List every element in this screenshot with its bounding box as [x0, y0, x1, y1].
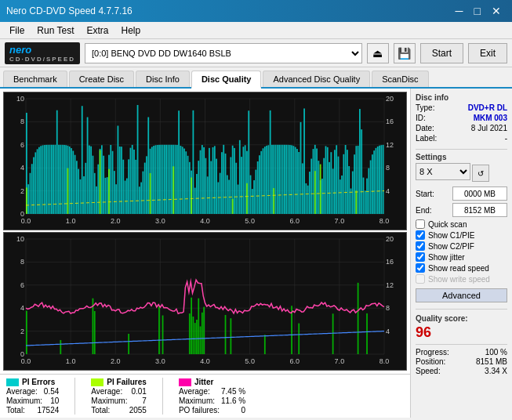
end-input[interactable]: [452, 203, 507, 217]
disc-info-heading: Disc info: [416, 93, 507, 102]
tab-scan-disc[interactable]: ScanDisc: [372, 71, 428, 87]
pi-errors-avg-label: Average:: [6, 387, 38, 396]
tab-advanced-disc-quality[interactable]: Advanced Disc Quality: [263, 71, 370, 87]
quick-scan-label: Quick scan: [428, 220, 467, 229]
eject-button[interactable]: ⏏: [367, 43, 389, 63]
tab-disc-quality[interactable]: Disc Quality: [191, 71, 262, 89]
speed-select[interactable]: 8 X 4 X 12 X 16 X Max: [416, 163, 470, 180]
window-controls[interactable]: ─ □ ✕: [451, 3, 506, 19]
pi-errors-total-label: Total:: [6, 406, 25, 415]
speed-label: Speed:: [416, 367, 441, 375]
menu-run-test[interactable]: Run Test: [31, 24, 80, 37]
po-failures-value: 0: [241, 406, 246, 415]
pi-failures-legend: PI Failures Average: 0.01 Maximum: 7 Tot…: [91, 378, 147, 415]
pi-errors-total-value: 17524: [38, 406, 60, 415]
progress-label: Progress:: [416, 348, 449, 357]
legend-divider-2: [162, 378, 163, 415]
quick-scan-checkbox[interactable]: [416, 219, 425, 229]
jitter-label: Jitter: [194, 378, 213, 386]
show-write-speed-checkbox[interactable]: [416, 274, 425, 284]
menu-extra[interactable]: Extra: [80, 24, 114, 37]
jitter-max-label: Maximum:: [179, 396, 215, 405]
titlebar: Nero CD-DVD Speed 4.7.7.16 ─ □ ✕: [0, 0, 512, 22]
disc-id-label: ID:: [416, 114, 426, 122]
disc-id-value: MKM 003: [474, 114, 507, 122]
position-label: Position:: [416, 357, 445, 366]
legend-area: PI Errors Average: 0.54 Maximum: 10 Tota…: [0, 374, 410, 418]
menubar: File Run Test Extra Help: [0, 22, 512, 39]
pi-failures-total-value: 2055: [129, 406, 147, 415]
quality-score-section: Quality score: 96: [416, 314, 507, 341]
po-failures-label: PO failures:: [179, 406, 220, 415]
minimize-button[interactable]: ─: [451, 3, 468, 19]
quality-score-label: Quality score:: [416, 314, 507, 323]
speed-value: 3.34 X: [485, 367, 507, 375]
toolbar: nero CD·DVD/SPEED [0:0] BENQ DVD DD DW16…: [0, 39, 512, 67]
end-label: End:: [416, 206, 432, 215]
drive-select[interactable]: [0:0] BENQ DVD DD DW1640 BSLB: [85, 43, 362, 63]
charts-area: [0, 89, 410, 374]
refresh-button[interactable]: ↺: [472, 165, 489, 182]
disc-date-label: Date:: [416, 124, 434, 132]
save-button[interactable]: 💾: [394, 43, 416, 63]
main-content: PI Errors Average: 0.54 Maximum: 10 Tota…: [0, 89, 512, 418]
exit-button[interactable]: Exit: [468, 43, 507, 63]
jitter-color: [179, 378, 191, 386]
close-button[interactable]: ✕: [487, 3, 506, 19]
settings-heading: Settings: [416, 153, 507, 161]
show-c2-pif-checkbox[interactable]: [416, 241, 425, 251]
show-c2-pif-label: Show C2/PIF: [428, 242, 474, 251]
maximize-button[interactable]: □: [470, 3, 485, 19]
disc-type-value: DVD+R DL: [468, 103, 507, 112]
app-title: Nero CD-DVD Speed 4.7.7.16: [6, 5, 133, 16]
jitter-chart: [3, 232, 407, 371]
quality-score-value: 96: [416, 324, 507, 341]
right-panel: Disc info Type: DVD+R DL ID: MKM 003 Dat…: [410, 89, 512, 418]
pi-failures-avg-label: Average:: [91, 387, 122, 396]
start-label: Start:: [416, 190, 434, 198]
disc-date-value: 8 Jul 2021: [471, 124, 507, 132]
tabbar: Benchmark Create Disc Disc Info Disc Qua…: [0, 67, 512, 89]
tab-benchmark[interactable]: Benchmark: [3, 71, 67, 87]
advanced-button[interactable]: Advanced: [416, 288, 507, 302]
progress-section: Progress: 100 % Position: 8151 MB Speed:…: [416, 348, 507, 375]
show-jitter-label: Show jitter: [428, 253, 465, 262]
pi-errors-max-value: 10: [50, 396, 59, 405]
pi-errors-color: [6, 378, 19, 386]
pi-failures-label: PI Failures: [107, 378, 147, 386]
show-read-speed-label: Show read speed: [428, 264, 489, 273]
pi-failures-color: [91, 378, 103, 386]
pi-failures-max-value: 7: [142, 396, 147, 405]
pi-errors-legend: PI Errors Average: 0.54 Maximum: 10 Tota…: [6, 378, 59, 415]
legend-divider-1: [74, 378, 75, 415]
show-read-speed-checkbox[interactable]: [416, 263, 425, 273]
disc-type-label: Type:: [416, 103, 434, 112]
position-value: 8151 MB: [476, 357, 507, 366]
pi-failures-avg-value: 0.01: [131, 387, 146, 396]
show-jitter-checkbox[interactable]: [416, 252, 425, 262]
show-write-speed-label: Show write speed: [428, 275, 490, 284]
pi-errors-chart: [3, 92, 407, 230]
pi-errors-label: PI Errors: [22, 378, 55, 386]
start-button[interactable]: Start: [420, 43, 463, 63]
jitter-avg-label: Average:: [179, 387, 210, 396]
tab-disc-info[interactable]: Disc Info: [136, 71, 190, 87]
pi-errors-avg-value: 0.54: [44, 387, 59, 396]
disc-label-label: Label:: [416, 134, 437, 143]
app-logo: nero CD·DVD/SPEED: [5, 42, 80, 64]
jitter-legend: Jitter Average: 7.45 % Maximum: 11.6 % P…: [179, 378, 245, 415]
pi-failures-total-label: Total:: [91, 406, 110, 415]
start-input[interactable]: [452, 186, 507, 201]
pi-failures-max-label: Maximum:: [91, 396, 127, 405]
jitter-max-value: 11.6 %: [221, 396, 245, 405]
settings-section: Settings 8 X 4 X 12 X 16 X Max ↺ Start: …: [416, 153, 507, 302]
show-c1-pie-checkbox[interactable]: [416, 230, 425, 240]
progress-value: 100 %: [485, 348, 507, 357]
tab-create-disc[interactable]: Create Disc: [69, 71, 134, 87]
menu-file[interactable]: File: [3, 24, 31, 37]
pi-errors-max-label: Maximum:: [6, 396, 42, 405]
menu-help[interactable]: Help: [115, 24, 147, 37]
jitter-avg-value: 7.45 %: [221, 387, 245, 396]
disc-info-section: Disc info Type: DVD+R DL ID: MKM 003 Dat…: [416, 93, 507, 143]
disc-label-value: -: [505, 134, 507, 143]
